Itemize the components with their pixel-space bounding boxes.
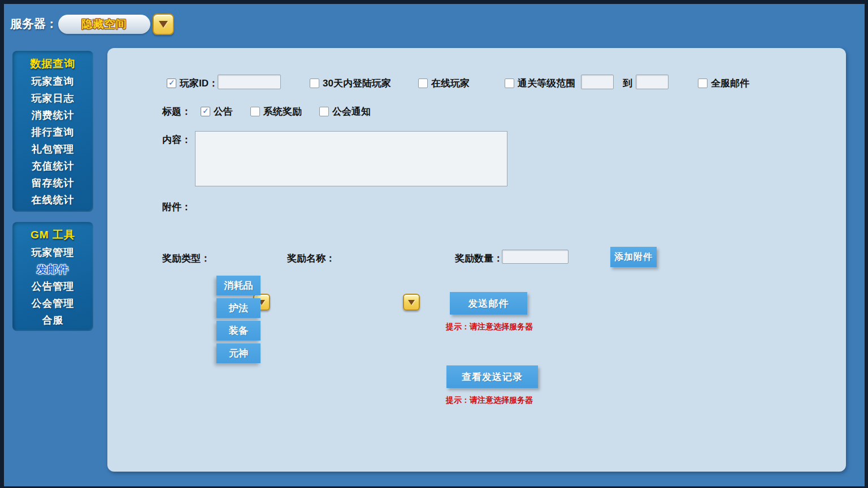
title-guild-notice-checkbox[interactable] [319,107,329,116]
app-background: 服务器： 隐藏空间 数据查询 玩家查询 玩家日志 消费统计 排行查询 礼包管理 … [4,4,865,486]
server-dropdown-button[interactable] [153,14,174,35]
send-mail-button[interactable]: 发送邮件 [450,292,527,315]
reward-qty-label: 奖励数量： [455,252,503,265]
sidebar-item-player-manage[interactable]: 玩家管理 [12,244,93,261]
send-mail-form-panel: 玩家ID： 30天内登陆玩家 在线玩家 通关等级范围 到 全服邮件 标题： 公告… [107,48,846,472]
all-server-mail-checkbox[interactable] [698,79,708,88]
content-label: 内容： [162,133,191,146]
player-id-label: 玩家ID： [180,77,218,90]
add-attachment-button[interactable]: 添加附件 [610,247,657,267]
title-row-label: 标题： [162,105,191,118]
server-label: 服务器： [10,16,58,32]
level-range-to-input[interactable] [636,75,669,89]
level-range-from-input[interactable] [581,75,614,89]
title-announce-checkbox[interactable] [201,107,210,116]
player-id-checkbox[interactable] [167,79,176,88]
all-server-mail-label: 全服邮件 [711,77,749,90]
sidebar-item-online-stats[interactable]: 在线统计 [12,191,93,208]
reward-name-dropdown-button[interactable] [403,294,420,311]
online-players-label: 在线玩家 [431,77,470,90]
view-send-records-button[interactable]: 查看发送记录 [446,365,538,388]
chevron-down-icon [159,21,168,28]
reward-type-option-guardian[interactable]: 护法 [216,298,261,318]
send-mail-tip: 提示：请注意选择服务器 [446,322,533,332]
sidebar-section-data-query: 数据查询 玩家查询 玩家日志 消费统计 排行查询 礼包管理 充值统计 留存统计 … [12,51,93,212]
sidebar-title-data-query: 数据查询 [12,56,93,73]
sidebar-item-announce-manage[interactable]: 公告管理 [12,278,93,295]
sidebar-item-consume-stats[interactable]: 消费统计 [12,107,93,124]
reward-type-label: 奖励类型： [162,252,210,265]
sidebar-title-gm-tools: GM 工具 [12,227,93,244]
reward-qty-input[interactable] [502,250,568,264]
login-30d-label: 30天内登陆玩家 [323,77,391,90]
server-select-value: 隐藏空间 [82,17,127,32]
server-select[interactable]: 隐藏空间 [58,15,150,34]
title-announce-label: 公告 [214,105,233,118]
player-id-input[interactable] [218,75,281,89]
level-range-to-label: 到 [623,77,632,90]
sidebar-item-recharge-stats[interactable]: 充值统计 [12,158,93,175]
title-system-reward-checkbox[interactable] [250,107,260,116]
level-range-checkbox[interactable] [505,79,514,88]
reward-type-dropdown-list: 消耗品 护法 装备 元神 [216,276,261,366]
reward-name-label: 奖励名称： [287,252,335,265]
sidebar-section-gm-tools: GM 工具 玩家管理 发邮件 公告管理 公会管理 合服 [12,222,93,331]
login-30d-checkbox[interactable] [310,79,319,88]
reward-type-option-equipment[interactable]: 装备 [216,321,261,341]
title-system-reward-label: 系统奖励 [263,105,302,118]
reward-type-option-consumable[interactable]: 消耗品 [216,276,261,295]
attachment-label: 附件： [162,201,191,213]
level-range-label: 通关等级范围 [518,77,575,90]
view-send-records-tip: 提示：请注意选择服务器 [446,395,533,406]
content-textarea[interactable] [195,131,507,186]
online-players-checkbox[interactable] [418,79,428,88]
sidebar-item-send-mail[interactable]: 发邮件 [12,261,93,278]
sidebar-item-player-log[interactable]: 玩家日志 [12,90,93,107]
sidebar-item-player-query[interactable]: 玩家查询 [12,73,93,90]
reward-type-option-yuanshen[interactable]: 元神 [216,343,261,363]
sidebar-item-rank-query[interactable]: 排行查询 [12,124,93,141]
sidebar-item-retention-stats[interactable]: 留存统计 [12,175,93,191]
sidebar-item-merge-server[interactable]: 合服 [12,312,93,329]
chevron-down-icon [408,300,415,305]
sidebar-item-guild-manage[interactable]: 公会管理 [12,295,93,312]
sidebar-item-giftpack-manage[interactable]: 礼包管理 [12,141,93,158]
title-guild-notice-label: 公会通知 [332,105,371,118]
app-window: 服务器： 隐藏空间 数据查询 玩家查询 玩家日志 消费统计 排行查询 礼包管理 … [0,0,868,488]
